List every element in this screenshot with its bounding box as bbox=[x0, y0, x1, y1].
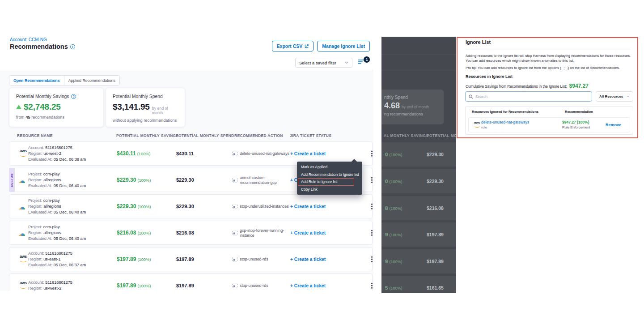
ignore-list-panel: Ignore List Adding resources to the Igno… bbox=[456, 36, 644, 148]
chevron-down-icon bbox=[627, 95, 630, 98]
resource-filter-select[interactable]: All Resources bbox=[596, 91, 633, 102]
manage-ignore-list-label: Manage Ignore List bbox=[322, 43, 365, 49]
recommendation-rule-icon bbox=[232, 231, 237, 235]
resource-filter-value: All Resources bbox=[599, 94, 623, 98]
aws-icon bbox=[18, 150, 28, 157]
ignored-resource-link[interactable]: delete-unused-nat-gateways bbox=[481, 120, 529, 124]
row-spend: $229.30 bbox=[176, 204, 194, 209]
table-row[interactable]: Account: 511616801275 Region: us-east-1 … bbox=[9, 247, 373, 271]
question-icon[interactable]: ? bbox=[71, 94, 76, 99]
ignore-list-row: delete-unused-nat-gateways rule $947.27 … bbox=[468, 117, 630, 132]
row-recommended-action: stop-unused-rds bbox=[232, 257, 289, 262]
menu-item-copy-link[interactable]: Copy Link bbox=[297, 186, 362, 193]
export-csv-label: Export CSV bbox=[277, 43, 303, 49]
resource-details: Account: 511616801275 Region: us-east-1 … bbox=[28, 251, 86, 268]
breadcrumb[interactable]: Account: CCM-NG bbox=[10, 37, 47, 42]
create-ticket-link[interactable]: + Create a ticket bbox=[290, 283, 326, 288]
kebab-menu-icon[interactable] bbox=[370, 282, 373, 290]
menu-item-mark-as-applied[interactable]: Mark as Applied bbox=[297, 163, 362, 171]
gcp-icon bbox=[18, 203, 28, 209]
row-savings: $197.89(100%) bbox=[117, 282, 151, 289]
recommendation-rule-icon bbox=[232, 257, 237, 262]
column-header-recommendation: Recommendation bbox=[565, 110, 593, 114]
kebab-menu-icon[interactable] bbox=[370, 229, 373, 237]
ignored-row-type: Rule Enforcement bbox=[562, 125, 590, 129]
search-icon bbox=[469, 94, 473, 99]
create-ticket-link[interactable]: + Create a ticket bbox=[290, 257, 326, 262]
export-csv-button[interactable]: Export CSV bbox=[272, 41, 314, 51]
create-ticket-link[interactable]: + Create a ticket bbox=[290, 204, 326, 209]
recommendation-rule-icon bbox=[232, 151, 237, 156]
row-options-menu: Mark as Applied Add Recommendation to Ig… bbox=[297, 162, 362, 195]
table-row[interactable]: Project: ccm-play Region: allregions Eva… bbox=[9, 221, 373, 245]
dimmed-table-row: 5(100%) $161.65 bbox=[381, 276, 456, 293]
row-savings: $229.30(100%) bbox=[117, 177, 151, 183]
row-recommended-action: anmol-custom-recommendation-gcp bbox=[232, 175, 289, 185]
aws-icon bbox=[473, 122, 482, 128]
recommendation-rule-icon bbox=[232, 283, 237, 288]
recommendations-page: Account: CCM-NG Recommendations i Export… bbox=[0, 36, 373, 291]
dimmed-column-header: POTENTIAL MONTHLY SPEND bbox=[427, 133, 456, 138]
ignored-row-savings: $947.27 (100%) bbox=[562, 120, 589, 124]
kebab-menu-icon[interactable] bbox=[370, 202, 373, 211]
aws-icon bbox=[18, 282, 28, 289]
ignored-resource-sub: rule bbox=[481, 125, 487, 129]
resource-details: Project: ccm-play Region: allregions Eva… bbox=[28, 198, 86, 215]
cumulative-savings: Cumulative Savings from Recommendations … bbox=[466, 83, 589, 89]
column-header-action: RECOMMENDED ACTION bbox=[234, 133, 283, 138]
kebab-menu-icon[interactable] bbox=[370, 255, 373, 264]
custom-tag: CUSTOM bbox=[9, 168, 15, 192]
ignore-list-description: Adding resources to the Ignore list will… bbox=[466, 53, 636, 63]
info-icon[interactable]: i bbox=[70, 44, 75, 49]
page-title: Recommendations bbox=[10, 43, 68, 50]
create-ticket-link[interactable]: + Create a ticket bbox=[290, 151, 326, 156]
menu-item-add-recommendation-to-ignore-list[interactable]: Add Recommendation to Ignore list bbox=[297, 171, 362, 179]
ignore-list-title: Ignore List bbox=[466, 39, 491, 45]
ignore-list-search[interactable] bbox=[465, 91, 592, 102]
row-spend: $216.08 bbox=[176, 230, 194, 235]
table-row[interactable]: Project: ccm-play Region: allregions Eva… bbox=[9, 194, 373, 218]
kebab-menu-icon[interactable] bbox=[370, 176, 373, 184]
row-savings: $229.30(100%) bbox=[117, 203, 151, 209]
resources-in-ignore-list-title: Resources in Ignore List bbox=[466, 74, 513, 79]
remove-button[interactable]: Remove bbox=[606, 123, 621, 127]
chevron-down-icon bbox=[345, 61, 348, 64]
savings-card-note: from 45 recommendations bbox=[16, 115, 97, 120]
dimmed-spend-card: nthly Spend 4.68by end of month ng recom… bbox=[381, 90, 444, 124]
search-input[interactable] bbox=[475, 94, 589, 99]
spend-amount-suffix: by end of month bbox=[152, 106, 178, 115]
ignore-list-table: Resources Ignored for Recommendations Re… bbox=[465, 106, 633, 135]
filter-count-badge: 1 bbox=[364, 56, 370, 63]
row-savings: $197.89(100%) bbox=[117, 256, 151, 262]
tab-open-recommendations[interactable]: Open Recommendations bbox=[9, 76, 64, 85]
dimmed-table-row: 9(100%) $197.89 bbox=[381, 222, 456, 247]
recommendations-tabs: Open Recommendations Applied Recommendat… bbox=[9, 75, 120, 85]
row-recommended-action: delete-unused-nat-gateways bbox=[232, 151, 289, 156]
dimmed-divider bbox=[381, 71, 456, 71]
column-header-savings: POTENTIAL MONTHLY SAVINGS bbox=[116, 133, 179, 138]
dimmed-table-row: 0(100%) $229.30 bbox=[381, 142, 456, 166]
dimmed-table-row: 8(100%) $216.08 bbox=[381, 196, 456, 220]
column-header-spend: POTENTIAL MONTHLY SPEND bbox=[176, 133, 234, 138]
spend-card-label: Potential Monthly Spend bbox=[113, 94, 163, 99]
create-ticket-link[interactable]: + Create a ticket bbox=[290, 231, 326, 235]
ignore-list-protip: Pro tip: You can add resources to Ignore… bbox=[466, 66, 620, 70]
saved-filter-select[interactable]: Select a saved filter bbox=[295, 58, 352, 68]
savings-card-label: Potential Monthly Savings bbox=[16, 94, 69, 99]
manage-ignore-list-button[interactable]: Manage Ignore List bbox=[317, 41, 370, 51]
aws-icon bbox=[18, 256, 28, 262]
resource-details: Project: ccm-play Region: allregions Eva… bbox=[28, 224, 86, 242]
savings-amount: $2,748.25 bbox=[24, 102, 61, 112]
row-recommended-action: stop-unused-rds bbox=[232, 283, 289, 288]
table-row[interactable]: Account: 511616801275 Region: us-west-2 … bbox=[9, 273, 373, 291]
spend-card-note: without applying recommendations bbox=[113, 118, 178, 123]
kebab-menu-icon[interactable] bbox=[370, 149, 373, 158]
cumulative-savings-amount: $947.27 bbox=[569, 83, 589, 89]
column-header-resources-ignored: Resources Ignored for Recommendations bbox=[472, 110, 538, 114]
filter-icon[interactable]: 1 bbox=[358, 59, 367, 67]
recommendation-rule-icon bbox=[232, 178, 237, 183]
dimmed-table-row: 9(100%) $197.89 bbox=[381, 249, 456, 273]
column-header-jira: JIRA TICKET STATUS bbox=[290, 133, 331, 138]
menu-item-add-rule-to-ignore-list[interactable]: Add Rule to Ignore list bbox=[297, 178, 362, 186]
tab-applied-recommendations[interactable]: Applied Recommendations bbox=[64, 76, 119, 85]
